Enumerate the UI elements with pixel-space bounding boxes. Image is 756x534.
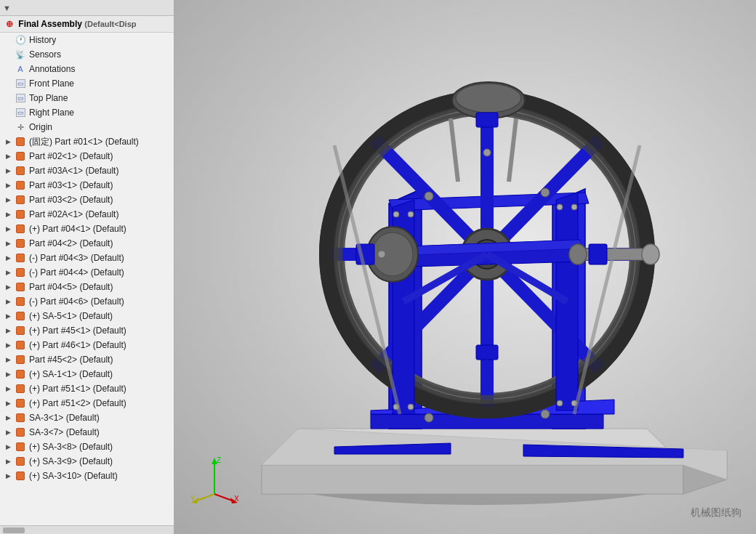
tree-item-label-part04-2: Part #04<2> (Default) [29, 238, 113, 248]
tree-item-right-plane[interactable]: ▭Right Plane [0, 105, 174, 120]
tree-item-part46-1[interactable]: ▶(+) Part #46<1> (Default) [0, 338, 174, 352]
tree-expander[interactable] [6, 36, 15, 44]
tree-expander[interactable] [6, 51, 15, 58]
spoke-connect-bottom [476, 345, 498, 360]
tree-item-label-part03-1: Part #03<1> (Default) [29, 180, 113, 190]
bolt-4 [408, 404, 414, 410]
tree-item-part04-2[interactable]: ▶Part #04<2> (Default) [0, 236, 174, 251]
tree-item-sa1-1[interactable]: ▶(+) SA-1<1> (Default) [0, 367, 174, 381]
tree-item-label-sensors: Sensors [29, 49, 61, 60]
scrollbar-thumb[interactable] [3, 527, 25, 533]
tree-expander[interactable]: ▶ [6, 414, 15, 421]
part-icon [16, 283, 25, 291]
tree-item-part04-1[interactable]: ▶(+) Part #04<1> (Default) [0, 222, 174, 236]
tree-expander[interactable]: ▶ [6, 283, 15, 291]
tree-item-part04-3[interactable]: ▶(-) Part #04<3> (Default) [0, 251, 174, 265]
tree-item-sa3-10[interactable]: ▶(+) SA-3<10> (Default) [0, 469, 174, 483]
filter-bar: ▼ [0, 0, 174, 16]
tree-item-origin[interactable]: ✛Origin [0, 120, 174, 134]
tree-expander[interactable]: ▶ [6, 138, 15, 145]
axle-left-end [569, 244, 587, 264]
tree-item-history[interactable]: 🕐History [0, 33, 174, 47]
tree-item-label-part04-1: (+) Part #04<1> (Default) [29, 224, 126, 234]
tree-expander[interactable]: ▶ [6, 371, 15, 378]
tree-item-part03a[interactable]: ▶Part #03A<1> (Default) [0, 163, 174, 178]
tree-item-part03-1[interactable]: ▶Part #03<1> (Default) [0, 178, 174, 193]
tree-expander[interactable]: ▶ [6, 211, 15, 218]
tree-expander[interactable]: ▶ [6, 443, 15, 450]
part-icon [16, 341, 25, 349]
tree-item-part04-4[interactable]: ▶(-) Part #04<4> (Default) [0, 265, 174, 280]
tree-item-sa3-7[interactable]: ▶SA-3<7> (Default) [0, 425, 174, 440]
tree-item-label-part45-2: Part #45<2> (Default) [29, 355, 113, 365]
tree-expander[interactable]: ▶ [6, 240, 15, 247]
watermark: 机械图纸狗 [691, 506, 741, 519]
tree-expander[interactable]: ▶ [6, 182, 15, 189]
detail-bolt-tl [425, 192, 433, 201]
tree-item-label-part04-5: Part #04<5> (Default) [29, 282, 113, 292]
y-axis-label: Y [190, 495, 196, 503]
tree-item-label-front-plane: Front Plane [29, 78, 74, 89]
tree-expander[interactable]: ▶ [6, 167, 15, 174]
part-icon [16, 239, 25, 248]
tree-expander[interactable]: ▶ [6, 400, 15, 407]
3d-viewport[interactable]: Z X Y 机械图纸狗 [174, 0, 756, 534]
tree-expander[interactable]: ▶ [6, 254, 15, 262]
tree-item-annotations[interactable]: AAnnotations [0, 62, 174, 76]
tree-item-label-sa1-1: (+) SA-1<1> (Default) [29, 369, 113, 379]
tree-item-sa3-9[interactable]: ▶(+) SA-3<9> (Default) [0, 454, 174, 469]
tree-item-sa3-8[interactable]: ▶(+) SA-3<8> (Default) [0, 440, 174, 454]
tree-item-label-sa3-10: (+) SA-3<10> (Default) [29, 471, 118, 481]
tree-expander[interactable]: ▶ [6, 327, 15, 334]
tree-item-part02a[interactable]: ▶Part #02A<1> (Default) [0, 207, 174, 222]
tree-expander[interactable]: ▶ [6, 153, 15, 160]
tree-item-part51-2[interactable]: ▶(+) Part #51<2> (Default) [0, 396, 174, 410]
detail-bolt-tr [541, 188, 550, 197]
tree-expander[interactable] [6, 124, 15, 131]
tree-container[interactable]: 🕐History 📡Sensors AAnnotations ▭Front Pl… [0, 33, 174, 525]
tree-expander[interactable]: ▶ [6, 298, 15, 305]
tree-item-label-history: History [29, 35, 56, 45]
tree-expander[interactable] [6, 109, 15, 116]
tree-expander[interactable] [6, 65, 15, 73]
tree-item-part02[interactable]: ▶Part #02<1> (Default) [0, 149, 174, 163]
tree-item-part45-1[interactable]: ▶(+) Part #45<1> (Default) [0, 323, 174, 338]
tree-expander[interactable]: ▶ [6, 341, 15, 349]
horizontal-scrollbar[interactable] [0, 525, 174, 534]
part-icon [16, 472, 25, 480]
feature-tree-panel: ▼ ⊕ Final Assembly (Default<Disp 🕐Histor… [0, 0, 174, 534]
tree-expander[interactable]: ▶ [6, 269, 15, 276]
tree-item-part45-2[interactable]: ▶Part #45<2> (Default) [0, 352, 174, 367]
tree-item-sa5-1[interactable]: ▶(+) SA-5<1> (Default) [0, 309, 174, 323]
tree-expander[interactable] [6, 94, 15, 102]
tree-item-label-sa3-1: SA-3<1> (Default) [29, 413, 100, 423]
tree-item-sensors[interactable]: 📡Sensors [0, 47, 174, 62]
tree-expander[interactable]: ▶ [6, 225, 15, 232]
tree-item-label-top-plane: Top Plane [29, 93, 68, 103]
tree-expander[interactable]: ▶ [6, 196, 15, 203]
tree-expander[interactable]: ▶ [6, 312, 15, 320]
tree-item-label-sa3-9: (+) SA-3<9> (Default) [29, 456, 113, 466]
tree-item-front-plane[interactable]: ▭Front Plane [0, 76, 174, 91]
tree-expander[interactable]: ▶ [6, 429, 15, 436]
part-icon [16, 399, 25, 408]
part-icon [16, 137, 25, 146]
part-icon [16, 413, 25, 422]
tree-item-label-part01: (固定) Part #01<1> (Default) [29, 136, 139, 148]
tree-item-part03-2[interactable]: ▶Part #03<2> (Default) [0, 193, 174, 207]
filter-icon: ▼ [3, 4, 11, 12]
tree-expander[interactable]: ▶ [6, 385, 15, 392]
tree-item-top-plane[interactable]: ▭Top Plane [0, 91, 174, 105]
tree-item-part01[interactable]: ▶(固定) Part #01<1> (Default) [0, 134, 174, 149]
tree-item-part04-5[interactable]: ▶Part #04<5> (Default) [0, 280, 174, 294]
tree-item-sa3-1[interactable]: ▶SA-3<1> (Default) [0, 410, 174, 425]
tree-item-part04-6[interactable]: ▶(-) Part #04<6> (Default) [0, 294, 174, 309]
tree-expander[interactable] [6, 80, 15, 87]
axle-right-end [642, 244, 659, 264]
tree-expander[interactable]: ▶ [6, 458, 15, 465]
part-icon [16, 312, 25, 320]
tree-expander[interactable]: ▶ [6, 472, 15, 480]
annotation-icon: A [17, 65, 23, 73]
tree-item-part51-1[interactable]: ▶(+) Part #51<1> (Default) [0, 381, 174, 396]
tree-expander[interactable]: ▶ [6, 356, 15, 363]
